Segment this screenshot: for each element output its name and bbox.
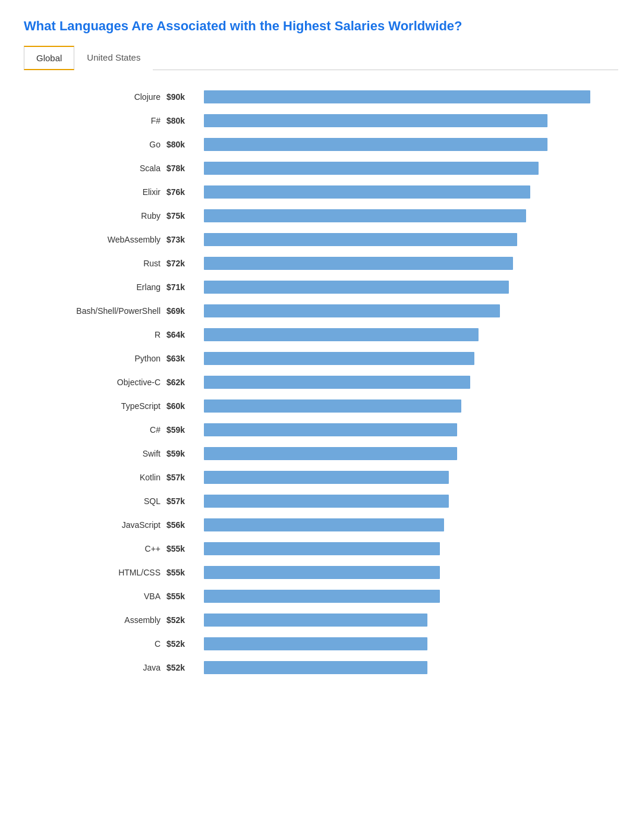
- language-label: VBA: [30, 592, 166, 601]
- chart-row: Swift $59k: [30, 445, 612, 463]
- bar: [204, 376, 470, 389]
- bar: [204, 162, 539, 175]
- salary-label: $78k: [166, 163, 199, 173]
- bar-wrapper: [204, 328, 612, 341]
- bar-wrapper: [204, 114, 612, 127]
- chart-row: Rust $72k: [30, 254, 612, 272]
- language-label: Assembly: [30, 615, 166, 625]
- bar-wrapper: [204, 257, 612, 270]
- language-label: WebAssembly: [30, 235, 166, 244]
- bar-wrapper: [204, 471, 612, 484]
- bar: [204, 328, 479, 341]
- language-label: Python: [30, 354, 166, 363]
- bar: [204, 209, 526, 222]
- tabs-container: Global United States: [24, 46, 618, 70]
- salary-label: $63k: [166, 354, 199, 363]
- language-label: Clojure: [30, 92, 166, 102]
- bar-wrapper: [204, 185, 612, 199]
- bar-wrapper: [204, 138, 612, 151]
- language-label: JavaScript: [30, 520, 166, 530]
- bar-wrapper: [204, 637, 612, 650]
- bar: [204, 185, 530, 199]
- chart-row: Bash/Shell/PowerShell $69k: [30, 302, 612, 320]
- salary-label: $55k: [166, 568, 199, 577]
- chart-row: TypeScript $60k: [30, 397, 612, 415]
- language-label: Kotlin: [30, 473, 166, 482]
- bar: [204, 542, 440, 555]
- chart-row: Python $63k: [30, 350, 612, 367]
- bar: [204, 495, 449, 508]
- chart-row: C $52k: [30, 635, 612, 653]
- language-label: F#: [30, 116, 166, 125]
- chart-row: Ruby $75k: [30, 207, 612, 225]
- language-label: Elixir: [30, 187, 166, 197]
- language-label: TypeScript: [30, 401, 166, 411]
- salary-label: $90k: [166, 92, 199, 102]
- chart-row: Scala $78k: [30, 159, 612, 177]
- bar-wrapper: [204, 304, 612, 317]
- chart-row: WebAssembly $73k: [30, 231, 612, 248]
- salary-label: $57k: [166, 496, 199, 506]
- bar: [204, 352, 474, 365]
- tab-united-states[interactable]: United States: [74, 46, 153, 70]
- tab-global[interactable]: Global: [24, 46, 74, 70]
- salary-label: $69k: [166, 306, 199, 316]
- salary-label: $52k: [166, 663, 199, 672]
- salary-label: $80k: [166, 116, 199, 125]
- bar-wrapper: [204, 447, 612, 460]
- salary-label: $72k: [166, 259, 199, 268]
- bar-wrapper: [204, 162, 612, 175]
- bar-wrapper: [204, 281, 612, 294]
- language-label: Java: [30, 663, 166, 672]
- salary-label: $57k: [166, 473, 199, 482]
- chart-row: VBA $55k: [30, 587, 612, 605]
- bar: [204, 637, 427, 650]
- bar-wrapper: [204, 233, 612, 246]
- bar-wrapper: [204, 376, 612, 389]
- salary-label: $76k: [166, 187, 199, 197]
- chart-row: R $64k: [30, 326, 612, 344]
- chart-container: Clojure $90k F# $80k Go $80k Scala $78k: [24, 88, 618, 677]
- language-label: Erlang: [30, 282, 166, 292]
- bar-wrapper: [204, 661, 612, 674]
- salary-label: $75k: [166, 211, 199, 221]
- bar-wrapper: [204, 209, 612, 222]
- salary-label: $59k: [166, 425, 199, 435]
- bar-wrapper: [204, 352, 612, 365]
- chart-row: C# $59k: [30, 421, 612, 439]
- bar: [204, 399, 461, 413]
- salary-label: $55k: [166, 592, 199, 601]
- chart-row: HTML/CSS $55k: [30, 564, 612, 581]
- chart-row: SQL $57k: [30, 492, 612, 510]
- salary-label: $64k: [166, 330, 199, 339]
- salary-label: $59k: [166, 449, 199, 458]
- chart-row: Kotlin $57k: [30, 468, 612, 486]
- bar: [204, 471, 449, 484]
- bar: [204, 566, 440, 579]
- bar: [204, 257, 513, 270]
- chart-row: Elixir $76k: [30, 183, 612, 201]
- language-label: Swift: [30, 449, 166, 458]
- language-label: C++: [30, 544, 166, 553]
- bar-wrapper: [204, 614, 612, 627]
- page-title: What Languages Are Associated with the H…: [24, 18, 618, 35]
- chart-row: Java $52k: [30, 659, 612, 677]
- bar: [204, 90, 590, 103]
- salary-label: $52k: [166, 639, 199, 649]
- bar-wrapper: [204, 518, 612, 531]
- language-label: SQL: [30, 496, 166, 506]
- bar: [204, 138, 547, 151]
- language-label: Objective-C: [30, 377, 166, 387]
- chart-row: Objective-C $62k: [30, 373, 612, 391]
- chart-row: Go $80k: [30, 136, 612, 153]
- bar: [204, 447, 457, 460]
- chart-row: F# $80k: [30, 112, 612, 130]
- bar-wrapper: [204, 399, 612, 413]
- language-label: Scala: [30, 163, 166, 173]
- chart-row: C++ $55k: [30, 540, 612, 558]
- language-label: R: [30, 330, 166, 339]
- salary-label: $62k: [166, 377, 199, 387]
- bar: [204, 614, 427, 627]
- chart-row: Erlang $71k: [30, 278, 612, 296]
- bar: [204, 281, 509, 294]
